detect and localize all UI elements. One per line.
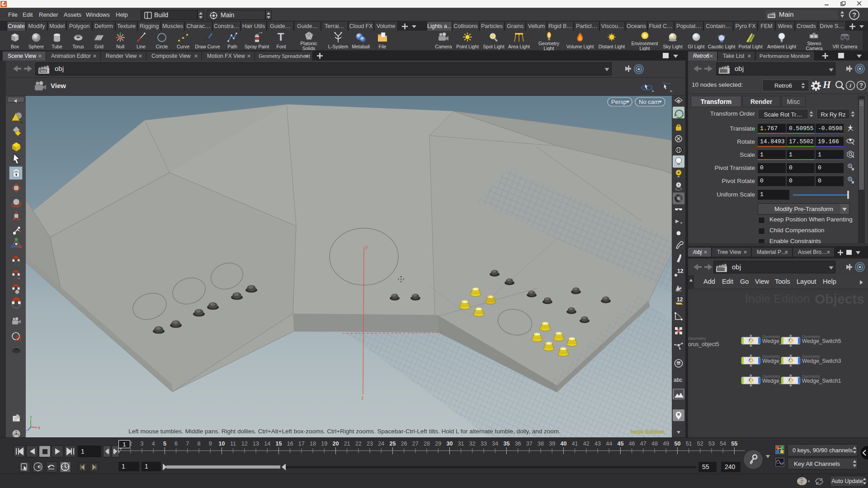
- svg-text:45: 45: [617, 441, 623, 447]
- svg-text:55: 55: [731, 441, 737, 447]
- svg-text:26: 26: [401, 441, 407, 447]
- svg-text:7: 7: [186, 441, 189, 447]
- svg-text:18: 18: [310, 441, 316, 447]
- svg-text:T: T: [278, 32, 284, 43]
- svg-text:6: 6: [175, 441, 178, 447]
- svg-text:30: 30: [446, 441, 453, 447]
- svg-text:32: 32: [469, 441, 476, 447]
- svg-text:48: 48: [651, 441, 658, 447]
- svg-text:11: 11: [230, 441, 236, 447]
- svg-text:25: 25: [389, 441, 396, 447]
- svg-text:Mob: Mob: [41, 70, 47, 73]
- svg-text:4: 4: [152, 441, 155, 447]
- svg-text:Wedge_Switch3: Wedge_Switch3: [802, 358, 841, 364]
- svg-text:Wedge_Switch5: Wedge_Switch5: [802, 338, 841, 344]
- svg-text:15: 15: [275, 441, 282, 447]
- svg-text:20: 20: [332, 441, 339, 447]
- svg-text:40: 40: [560, 441, 566, 447]
- svg-text:z: z: [26, 429, 27, 434]
- svg-text:17: 17: [298, 441, 305, 447]
- svg-text:38: 38: [538, 441, 544, 447]
- svg-text:3: 3: [141, 441, 144, 447]
- svg-text:y: y: [30, 414, 32, 419]
- svg-text:52: 52: [697, 441, 703, 447]
- svg-text:12: 12: [677, 296, 683, 303]
- svg-text:?: ?: [852, 11, 856, 19]
- svg-text:12: 12: [241, 441, 248, 447]
- svg-text:36: 36: [515, 441, 521, 447]
- svg-text:i: i: [849, 82, 851, 89]
- svg-text:31: 31: [458, 441, 464, 447]
- svg-text:z: z: [361, 395, 364, 400]
- svg-text:23: 23: [367, 441, 373, 447]
- svg-text:46: 46: [629, 441, 635, 447]
- svg-text:49: 49: [663, 441, 669, 447]
- svg-text:x: x: [38, 425, 40, 430]
- svg-text:42: 42: [583, 441, 590, 447]
- svg-text:14: 14: [264, 441, 270, 447]
- svg-text:24: 24: [378, 441, 384, 447]
- svg-text:8: 8: [198, 441, 201, 447]
- svg-text:Left mouse tumbles. Middle pan: Left mouse tumbles. Middle pans. Right d…: [128, 428, 561, 435]
- svg-text:13: 13: [253, 441, 259, 447]
- svg-text:Persp: Persp: [611, 99, 627, 105]
- svg-text:5: 5: [163, 441, 166, 447]
- svg-text:10: 10: [218, 441, 225, 447]
- svg-text:?: ?: [859, 82, 863, 89]
- svg-text:16: 16: [287, 441, 293, 447]
- svg-text:Wedge_Switch1: Wedge_Switch1: [802, 378, 841, 384]
- svg-text:28: 28: [424, 441, 430, 447]
- svg-text:41: 41: [572, 441, 578, 447]
- svg-text:21: 21: [344, 441, 350, 447]
- svg-text:27: 27: [412, 441, 419, 447]
- svg-text:12: 12: [677, 268, 684, 274]
- svg-text:Indie Edition: Indie Edition: [631, 429, 665, 435]
- svg-text:33: 33: [481, 441, 487, 447]
- svg-text:y: y: [365, 244, 368, 249]
- svg-text:34: 34: [492, 441, 498, 447]
- svg-text:53: 53: [708, 441, 715, 447]
- svg-text:44: 44: [606, 441, 612, 447]
- svg-text:29: 29: [435, 441, 441, 447]
- svg-text:No cam: No cam: [639, 99, 659, 105]
- svg-text:54: 54: [720, 441, 726, 447]
- svg-text:9: 9: [209, 441, 212, 447]
- svg-text:abc: abc: [674, 377, 682, 383]
- svg-text:51: 51: [686, 441, 692, 447]
- svg-text:43: 43: [594, 441, 601, 447]
- svg-text:35: 35: [503, 441, 509, 447]
- svg-text:19: 19: [321, 441, 327, 447]
- svg-text:50: 50: [674, 441, 680, 447]
- svg-text:22: 22: [355, 441, 362, 447]
- svg-text:47: 47: [640, 441, 646, 447]
- svg-text:39: 39: [549, 441, 555, 447]
- svg-text:37: 37: [526, 441, 533, 447]
